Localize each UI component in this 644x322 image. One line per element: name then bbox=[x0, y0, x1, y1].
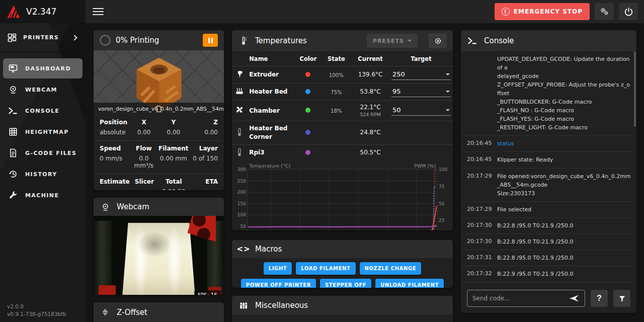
stat-flow: Flow0.0 mm³/s bbox=[129, 145, 159, 169]
history-icon bbox=[8, 169, 18, 179]
target-select-heater-bed[interactable]: 95 bbox=[391, 87, 451, 97]
thermometer-icon bbox=[232, 121, 247, 144]
sensor-name: Rpi3 bbox=[249, 148, 293, 157]
console-timestamp: 20:17:31 bbox=[467, 254, 497, 262]
sensor-state: 18% bbox=[331, 108, 342, 114]
console-entry: 20:17:31B:22.8 /95.0 T0:21.9 /250.0 bbox=[461, 250, 636, 266]
svg-text:150: 150 bbox=[237, 201, 246, 206]
macro-button-nozzle-change[interactable]: NOZZLE CHANGE bbox=[360, 262, 422, 275]
console-entry: 20:16:45status bbox=[461, 136, 636, 152]
printers-selector[interactable]: PRINTERS bbox=[0, 23, 86, 52]
sidebar-item-history[interactable]: HISTORY bbox=[3, 164, 83, 184]
color-dot[interactable] bbox=[305, 89, 310, 94]
sensor-current: 24.8°C bbox=[353, 129, 387, 137]
temperature-row: Chamber18%22.1°C524 RPM50 bbox=[232, 101, 453, 121]
send-button[interactable] bbox=[569, 293, 581, 303]
send-icon bbox=[570, 294, 580, 302]
target-select-extruder[interactable]: 250 bbox=[391, 69, 451, 80]
code-brackets-icon: <> bbox=[238, 245, 249, 254]
svg-text:Temperature [°C]: Temperature [°C] bbox=[249, 163, 290, 169]
console-entry: UPDATE_DELAYED_GCODE: Update the duratio… bbox=[461, 51, 636, 136]
console-entry: 20:17:32B:22.9 /95.0 T0:21.9 /250.0 bbox=[461, 266, 636, 282]
sidebar-item-machine[interactable]: MACHINE bbox=[3, 185, 83, 205]
macro-button-light[interactable]: LIGHT bbox=[264, 262, 292, 275]
console-scrollbar[interactable] bbox=[634, 51, 636, 127]
main-content: 0% Printing bbox=[86, 23, 644, 322]
console-message: File selected bbox=[497, 205, 631, 214]
col-name: Name bbox=[247, 51, 295, 66]
macro-button-unload-filament[interactable]: UNLOAD FILAMENT bbox=[375, 279, 444, 288]
webcam-title: Webcam bbox=[117, 202, 218, 211]
emergency-stop-button[interactable]: ! EMERGENCY STOP bbox=[495, 3, 590, 20]
console-icon bbox=[467, 37, 478, 44]
console-message: B:22.8 /95.0 T0:21.9 /250.0 bbox=[497, 221, 631, 230]
sidebar-item-label: WEBCAM bbox=[25, 87, 57, 93]
color-dot[interactable] bbox=[305, 72, 310, 77]
stat-z: Z0.00 bbox=[188, 119, 218, 136]
stat-filament: Filament0.00 mm bbox=[158, 145, 188, 169]
stat-slicer: Slicer-- bbox=[130, 178, 159, 190]
machine-icon bbox=[8, 190, 18, 200]
pause-button[interactable] bbox=[203, 34, 218, 47]
footer-version-2: v0.9.1-738-g75183bfb bbox=[7, 310, 66, 318]
printers-icon bbox=[7, 33, 17, 43]
sidebar-item-webcam[interactable]: WEBCAM bbox=[3, 79, 83, 100]
send-code-field bbox=[467, 290, 585, 307]
sidebar-item-console[interactable]: CONSOLE bbox=[3, 101, 83, 121]
sensor-current: 53.8°C bbox=[353, 88, 387, 96]
sidebar-item-label: MACHINE bbox=[25, 192, 59, 199]
macro-button-power-off-printer[interactable]: POWER OFF PRINTER bbox=[241, 279, 316, 288]
radiator-icon bbox=[232, 84, 247, 101]
sidebar-item-label: HEIGHTMAP bbox=[25, 129, 69, 135]
target-select-chamber[interactable]: 50 bbox=[391, 105, 451, 116]
mainsail-logo-icon bbox=[6, 4, 21, 19]
temperature-row: Heater Bed75%53.8°C95 bbox=[232, 84, 453, 101]
svg-text:300: 300 bbox=[237, 167, 246, 172]
temperature-settings-button[interactable] bbox=[429, 33, 447, 48]
console-help-button[interactable]: ? bbox=[591, 290, 608, 307]
macro-button-load-filament[interactable]: LOAD FILAMENT bbox=[296, 262, 355, 275]
send-code-input[interactable] bbox=[472, 295, 569, 302]
console-message: File opened:voron_design_cube_v6_0.4n_0.… bbox=[497, 172, 631, 198]
console-timestamp: 20:16:45 bbox=[467, 155, 497, 164]
macro-button-stepper-off[interactable]: STEPPER OFF bbox=[320, 279, 371, 288]
webcam-icon bbox=[8, 85, 18, 95]
svg-text:100: 100 bbox=[237, 212, 246, 217]
console-message[interactable]: status bbox=[497, 139, 631, 148]
miscellaneous-title: Miscellaneous bbox=[255, 301, 447, 310]
macro-buttons: LIGHTLOAD FILAMENTNOZZLE CHANGEPOWER OFF… bbox=[232, 258, 453, 288]
svg-text:PWM [%]: PWM [%] bbox=[414, 163, 436, 169]
console-log: UPDATE_DELAYED_GCODE: Update the duratio… bbox=[461, 51, 636, 285]
sensor-state: 75% bbox=[331, 90, 342, 95]
chevron-down-icon bbox=[408, 40, 412, 42]
presets-button[interactable]: PRESETS bbox=[367, 34, 418, 48]
console-timestamp: 20:17:29 bbox=[467, 172, 497, 198]
color-dot[interactable] bbox=[305, 150, 310, 155]
print-progress-ring bbox=[100, 35, 111, 46]
sidebar-item-g-code-files[interactable]: G-CODE FILES bbox=[3, 143, 83, 163]
current-file-bar: voron_design_cube_v6_0.4n_0.2mm_ABS__54m… bbox=[94, 103, 224, 115]
settings-gears-button[interactable] bbox=[595, 3, 614, 20]
sensor-name: Heater Bed Corner bbox=[249, 124, 293, 141]
svg-text:25: 25 bbox=[439, 218, 444, 223]
fan-icon bbox=[232, 101, 247, 121]
menu-icon[interactable] bbox=[93, 6, 104, 17]
gears-icon bbox=[599, 7, 609, 17]
footer-version-1: v2.0.0 bbox=[7, 303, 66, 310]
webcam-stream: FPS: 16 bbox=[94, 216, 224, 295]
power-button[interactable] bbox=[619, 3, 638, 20]
dashboard-icon bbox=[8, 63, 18, 73]
console-timestamp: 20:17:29 bbox=[467, 205, 497, 214]
console-message: B:22.9 /95.0 T0:21.9 /250.0 bbox=[497, 270, 631, 278]
sidebar-item-heightmap[interactable]: HEIGHTMAP bbox=[3, 122, 83, 142]
color-dot[interactable] bbox=[305, 108, 310, 113]
console-message: Klipper state: Ready bbox=[497, 155, 631, 164]
col-target: Target bbox=[389, 51, 453, 66]
sidebar-item-dashboard[interactable]: DASHBOARD bbox=[3, 58, 83, 78]
stat-eta: ETA-- bbox=[189, 178, 218, 190]
chevron-right-icon bbox=[71, 35, 77, 40]
console-entry: 20:17:30B:22.8 /95.0 T0:21.9 /250.0 bbox=[461, 218, 636, 234]
console-filter-button[interactable] bbox=[613, 290, 630, 307]
color-dot[interactable] bbox=[305, 130, 310, 135]
chevron-down-icon bbox=[446, 73, 450, 75]
